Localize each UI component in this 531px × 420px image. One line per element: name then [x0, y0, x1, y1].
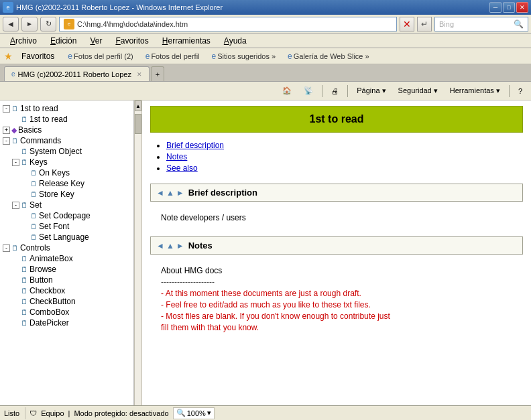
sidebar-scroll-up[interactable]: ▲	[135, 100, 141, 111]
content-area[interactable]: 1st to read Brief description Notes See …	[142, 100, 531, 405]
toc-see-also[interactable]: See also	[166, 163, 198, 173]
tree-label-commands: Commands	[20, 136, 61, 145]
toolbar-rss-icon[interactable]: 📡	[299, 84, 318, 98]
address-box[interactable]: e C:\hmg.4\hmg\doc\data\index.htm	[59, 17, 397, 31]
tree-icon-1st-read-root: 🗒	[11, 104, 19, 113]
favorites-label[interactable]: Favoritos	[15, 50, 60, 63]
toolbar-separator-3	[509, 85, 510, 97]
notes-next-icon[interactable]: ►	[176, 241, 184, 251]
tab-main[interactable]: e HMG (c)2002-2011 Roberto Lopez ✕	[4, 66, 150, 81]
toolbar-page-button[interactable]: Página ▾	[352, 84, 390, 98]
tree-label-animatebox: AnimateBox	[30, 254, 73, 263]
sidebar-item-controls[interactable]: -🗒Controls	[0, 242, 133, 253]
notes-nav-icons: ◄ ▲ ►	[156, 241, 184, 251]
tree-toggle-set[interactable]: -	[12, 202, 19, 209]
menu-edicion[interactable]: Edición	[44, 34, 82, 48]
tree-icon-button: 🗒	[21, 276, 28, 284]
tree-label-store-key: Store Key	[39, 190, 74, 199]
sidebar-item-datepicker[interactable]: 🗒DatePicker	[0, 318, 133, 328]
sidebar-item-set-codepage[interactable]: 🗒Set Codepage	[0, 210, 133, 221]
fav-sitios-sugeridos[interactable]: e Sitios sugeridos »	[207, 50, 281, 62]
restore-button[interactable]: □	[503, 2, 515, 13]
menu-ayuda[interactable]: Ayuda	[218, 34, 253, 48]
go-button[interactable]: ↵	[417, 17, 432, 31]
menu-archivo[interactable]: Archivo	[4, 34, 43, 48]
brief-next-icon[interactable]: ►	[176, 188, 184, 198]
sidebar-scroll-thumb[interactable]	[135, 114, 141, 134]
address-bar-row: ◄ ► ↻ e C:\hmg.4\hmg\doc\data\index.htm …	[0, 15, 531, 33]
forward-button[interactable]: ►	[21, 17, 38, 31]
tree-icon-controls: 🗒	[11, 244, 19, 252]
search-box[interactable]: Bing 🔍	[434, 17, 528, 31]
sidebar-item-system-object[interactable]: 🗒System Object	[0, 146, 133, 157]
sidebar[interactable]: -🗒1st to read🗒1st to read+◆Basics-🗒Comma…	[0, 100, 134, 405]
tree-label-combobox: ComboBox	[30, 307, 69, 317]
brief-prev-icon[interactable]: ◄	[156, 188, 164, 198]
sidebar-item-on-keys[interactable]: 🗒On Keys	[0, 167, 133, 178]
tab-close-icon[interactable]: ✕	[137, 71, 142, 78]
toolbar-separator-2	[347, 85, 348, 97]
tree-label-set-font: Set Font	[39, 222, 69, 231]
toolbar-home-icon[interactable]: 🏠	[278, 84, 296, 98]
address-ie-icon: e	[64, 19, 74, 29]
tree-label-keys: Keys	[30, 157, 48, 167]
tree-toggle-basics[interactable]: +	[3, 127, 10, 134]
notes-prev-icon[interactable]: ◄	[156, 241, 164, 251]
back-button[interactable]: ◄	[3, 17, 19, 31]
zoom-dropdown-icon[interactable]: ▾	[207, 409, 211, 417]
brief-up-icon[interactable]: ▲	[166, 188, 174, 198]
toc-brief[interactable]: Brief description	[166, 141, 224, 150]
tree-icon-set: 🗒	[21, 201, 28, 209]
sidebar-item-animatebox[interactable]: 🗒AnimateBox	[0, 253, 133, 264]
toolbar-help-button[interactable]: ?	[514, 84, 527, 98]
notes-line-3: fill them with that you know.	[161, 323, 512, 332]
tree-icon-1st-read-child: 🗒	[21, 115, 28, 123]
search-icon[interactable]: 🔍	[514, 19, 524, 29]
sidebar-item-browse[interactable]: 🗒Browse	[0, 264, 133, 275]
toolbar-security-button[interactable]: Seguridad ▾	[394, 84, 442, 98]
sidebar-item-button[interactable]: 🗒Button	[0, 275, 133, 285]
fav-galeria[interactable]: e Galería de Web Slice »	[283, 50, 374, 62]
sidebar-item-set-font[interactable]: 🗒Set Font	[0, 221, 133, 232]
tree-toggle-controls[interactable]: -	[3, 244, 10, 252]
sidebar-item-basics[interactable]: +◆Basics	[0, 125, 133, 135]
sidebar-scrollbar[interactable]: ▲	[134, 100, 142, 405]
new-tab-button[interactable]: +	[151, 66, 164, 81]
menu-herramientas[interactable]: Herramientas	[156, 34, 217, 48]
tree-label-browse: Browse	[30, 265, 56, 274]
close-button[interactable]: ✕	[516, 2, 528, 13]
toc-notes[interactable]: Notes	[166, 152, 187, 161]
sidebar-item-set[interactable]: -🗒Set	[0, 200, 133, 210]
toolbar-tools-button[interactable]: Herramientas ▾	[445, 84, 505, 98]
sidebar-item-store-key[interactable]: 🗒Store Key	[0, 189, 133, 200]
refresh-button[interactable]: ↻	[40, 17, 56, 31]
sidebar-item-1st-read-child[interactable]: 🗒1st to read	[0, 114, 133, 125]
window-icon: e	[3, 2, 13, 13]
sidebar-item-release-key[interactable]: 🗒Release Key	[0, 178, 133, 189]
tree-icon-datepicker: 🗒	[21, 319, 28, 327]
tree-toggle-1st-read-root[interactable]: -	[3, 105, 10, 113]
stop-button[interactable]: ✕	[400, 17, 414, 31]
tree-label-set-language: Set Language	[39, 232, 89, 242]
brief-section-title: Brief description	[188, 188, 257, 198]
fav-fotos-perfil-2[interactable]: e Fotos del perfil (2)	[63, 50, 137, 62]
menu-favoritos[interactable]: Favoritos	[109, 34, 154, 48]
sidebar-item-combobox[interactable]: 🗒ComboBox	[0, 307, 133, 318]
sidebar-item-set-language[interactable]: 🗒Set Language	[0, 232, 133, 242]
sidebar-item-commands[interactable]: -🗒Commands	[0, 135, 133, 146]
sidebar-item-1st-read-root[interactable]: -🗒1st to read	[0, 103, 133, 114]
menu-ver[interactable]: Ver	[84, 34, 108, 48]
tree-toggle-keys[interactable]: -	[12, 159, 19, 166]
sidebar-item-keys[interactable]: -🗒Keys	[0, 157, 133, 167]
tree-icon-commands: 🗒	[11, 137, 19, 145]
minimize-button[interactable]: ─	[489, 2, 501, 13]
toolbar-print-icon[interactable]: 🖨	[327, 84, 343, 98]
tree-toggle-commands[interactable]: -	[3, 137, 10, 145]
sidebar-item-checkbox[interactable]: 🗒Checkbox	[0, 285, 133, 296]
notes-line-2: - Most files are blank. If you don't kno…	[161, 311, 512, 321]
sidebar-item-checkbutton[interactable]: 🗒CheckButton	[0, 296, 133, 307]
brief-nav-icons: ◄ ▲ ►	[156, 188, 184, 198]
notes-up-icon[interactable]: ▲	[166, 241, 174, 251]
fav-fotos-perfil[interactable]: e Fotos del perfil	[141, 50, 204, 62]
zoom-control[interactable]: 🔍 100% ▾	[173, 407, 215, 419]
